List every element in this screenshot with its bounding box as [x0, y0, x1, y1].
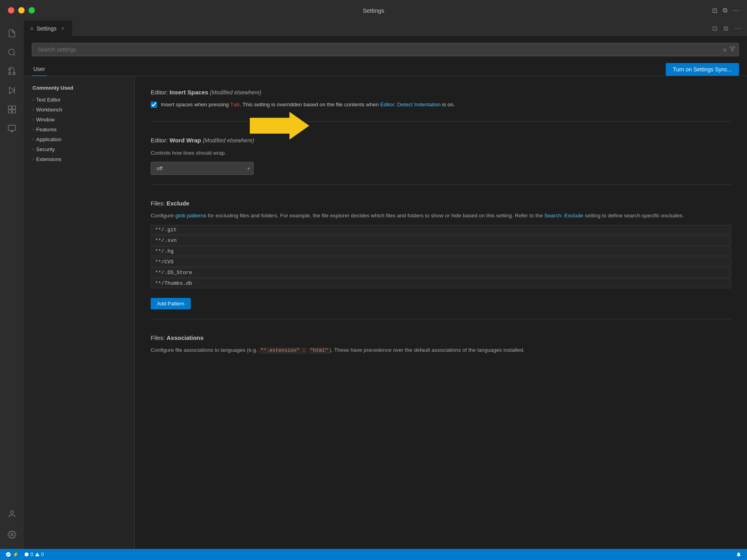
tab-bar: ≡ Settings × ⊡ ⧉ ⋯	[24, 21, 747, 36]
chevron-icon: ›	[33, 98, 34, 102]
settings-search-bar: ≡	[24, 36, 747, 63]
activity-remote[interactable]	[3, 120, 21, 137]
tab-bar-actions: ⊡ ⧉ ⋯	[711, 23, 747, 34]
sidebar-item-features-label: Features	[36, 127, 56, 132]
activity-run[interactable]	[3, 82, 21, 99]
word-wrap-description: Controls how lines should wrap.	[151, 149, 731, 157]
activity-source-control[interactable]	[3, 63, 21, 80]
split-editor-right-button[interactable]: ⊡	[711, 23, 719, 34]
maximize-button[interactable]	[29, 7, 35, 13]
pattern-list: **/.git **/.svn **/.hg **/CVS **/.DS_Sto…	[151, 225, 731, 289]
chevron-icon: ›	[33, 157, 34, 161]
svg-line-1	[13, 54, 15, 56]
search-exclude-link[interactable]: Search: Exclude	[544, 213, 583, 219]
chevron-icon: ›	[33, 147, 34, 152]
code-extension: "*.extension"	[259, 347, 301, 354]
app-body: ≡ Settings × ⊡ ⧉ ⋯ ≡	[0, 21, 747, 549]
tab-close-button[interactable]: ×	[60, 25, 66, 32]
insert-spaces-modified: (Modified elsewhere)	[210, 89, 261, 96]
svg-marker-17	[730, 47, 735, 51]
word-wrap-select[interactable]: off on wordWrapColumn bounded	[151, 162, 254, 175]
toggle-layout-button[interactable]: ⧉	[722, 23, 730, 34]
activity-settings[interactable]	[3, 526, 21, 543]
word-wrap-modified: (Modified elsewhere)	[203, 137, 254, 144]
toggle-panel-icon[interactable]: ⧉	[723, 7, 727, 14]
files-associations-section: Files: Associations Configure file assoc…	[151, 334, 731, 369]
insert-spaces-checkbox-row: Insert spaces when pressing Tab. This se…	[151, 101, 731, 109]
titlebar-actions: ⊡ ⧉ ⋯	[712, 7, 739, 14]
titlebar: Settings ⊡ ⧉ ⋯	[0, 0, 747, 21]
word-wrap-select-wrapper: off on wordWrapColumn bounded ▾	[151, 162, 254, 175]
files-exclude-title: Files: Exclude	[151, 199, 731, 207]
sidebar-item-extensions[interactable]: › Extensions	[24, 154, 134, 164]
window-title: Settings	[363, 7, 384, 14]
glob-patterns-link[interactable]: glob patterns	[175, 213, 206, 219]
activity-search[interactable]	[3, 44, 21, 61]
word-wrap-section: Editor: Word Wrap (Modified elsewhere) C…	[151, 136, 731, 185]
add-pattern-button[interactable]: Add Pattern	[151, 298, 191, 309]
files-associations-description: Configure file associations to languages…	[151, 346, 731, 355]
sidebar-item-text-editor-label: Text Editor	[36, 97, 60, 103]
sidebar-section-title: Commonly Used	[24, 82, 134, 93]
sidebar-item-features[interactable]: › Features	[24, 125, 134, 134]
files-exclude-section: Files: Exclude Configure glob patterns f…	[151, 199, 731, 319]
svg-marker-6	[10, 87, 15, 94]
more-tab-actions-button[interactable]: ⋯	[733, 23, 742, 34]
chevron-icon: ›	[33, 107, 34, 112]
chevron-icon: ›	[33, 117, 34, 122]
activity-extensions[interactable]	[3, 101, 21, 118]
chevron-icon: ›	[33, 127, 34, 132]
insert-spaces-checkbox[interactable]	[151, 102, 157, 108]
activity-account[interactable]	[3, 505, 21, 523]
settings-wrapper: ≡ User Turn on Settings Sync...	[24, 36, 747, 549]
detect-indentation-link[interactable]: Editor: Detect Indentation	[380, 102, 441, 107]
sidebar-item-security-label: Security	[36, 146, 55, 152]
search-input[interactable]	[32, 43, 739, 56]
files-assoc-prefix: Files:	[151, 334, 167, 341]
files-exclude-main: Exclude	[167, 200, 190, 207]
sidebar-item-security[interactable]: › Security	[24, 144, 134, 154]
svg-point-16	[11, 533, 13, 536]
sidebar-item-workbench[interactable]: › Workbench	[24, 105, 134, 115]
sidebar-item-application-label: Application	[36, 136, 61, 142]
svg-point-0	[9, 49, 15, 55]
status-bar: ⚡ 0 0	[0, 549, 747, 560]
user-settings-tab[interactable]: User	[32, 63, 47, 76]
word-wrap-prefix: Editor:	[151, 137, 170, 144]
settings-tab[interactable]: ≡ Settings ×	[24, 21, 73, 36]
svg-point-3	[9, 68, 11, 71]
files-prefix: Files:	[151, 200, 167, 207]
svg-point-2	[13, 73, 15, 75]
activity-bar-bottom	[3, 505, 21, 545]
search-input-wrapper: ≡	[32, 43, 739, 56]
activity-files[interactable]	[3, 25, 21, 42]
more-actions-icon[interactable]: ⋯	[733, 7, 739, 14]
settings-tab-label: Settings	[36, 25, 57, 32]
close-button[interactable]	[8, 7, 14, 13]
sidebar-item-text-editor[interactable]: › Text Editor	[24, 95, 134, 105]
filter-settings-button[interactable]	[730, 46, 735, 53]
insert-spaces-section: Editor: Insert Spaces (Modified elsewher…	[151, 88, 731, 122]
activity-bar	[0, 21, 24, 549]
insert-spaces-main: Insert Spaces	[170, 89, 209, 96]
pattern-item: **/.hg	[151, 246, 731, 256]
notifications-status-item[interactable]	[736, 552, 741, 557]
word-wrap-title: Editor: Word Wrap (Modified elsewhere)	[151, 136, 731, 145]
error-status-item[interactable]: 0 0	[24, 552, 44, 557]
svg-point-4	[9, 73, 11, 75]
remote-status-item[interactable]: ⚡	[6, 552, 19, 557]
clear-search-button[interactable]: ≡	[723, 46, 726, 53]
insert-spaces-prefix: Editor:	[151, 89, 170, 96]
settings-tab-icon: ≡	[30, 25, 33, 32]
sidebar-item-window[interactable]: › Window	[24, 115, 134, 125]
svg-rect-11	[12, 110, 15, 113]
tab-code: Tab	[230, 102, 239, 108]
sync-button[interactable]: Turn on Settings Sync...	[666, 63, 739, 76]
split-editor-icon[interactable]: ⊡	[712, 7, 717, 14]
files-assoc-main: Associations	[167, 334, 203, 341]
settings-main: Commonly Used › Text Editor › Workbench …	[24, 76, 747, 549]
sidebar-item-application[interactable]: › Application	[24, 134, 134, 144]
pattern-item: **/.svn	[151, 236, 731, 245]
minimize-button[interactable]	[18, 7, 25, 13]
svg-point-15	[10, 511, 13, 514]
